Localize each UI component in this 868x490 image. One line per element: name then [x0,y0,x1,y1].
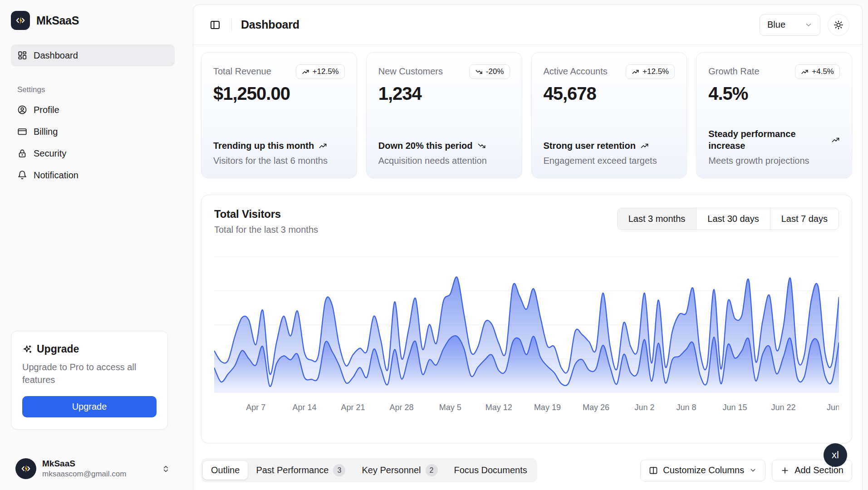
sidebar-item-dashboard[interactable]: Dashboard [11,44,175,66]
chevron-down-icon [804,21,813,29]
stat-trend-badge: +4.5% [795,64,840,79]
trending-down-icon [477,142,486,150]
brand-logo-icon [11,11,30,30]
svg-text:Jun 8: Jun 8 [676,403,696,412]
stat-trend-badge: -20% [469,64,510,79]
svg-text:May 12: May 12 [485,403,512,412]
theme-color-value: Blue [767,20,785,30]
tab-count-badge: 2 [426,464,438,476]
trending-up-icon [302,68,309,76]
stat-value: 45,678 [544,83,675,104]
tab-count-badge: 3 [333,464,345,476]
trending-up-icon [801,68,809,76]
stat-trend-badge: +12.5% [296,64,345,79]
chart-title: Total Visitors [214,208,318,220]
credit-card-icon [17,127,27,137]
upgrade-title: Upgrade [22,343,157,355]
svg-text:Apr 21: Apr 21 [341,403,365,412]
user-name: MkSaaS [42,459,126,469]
tab-past-performance[interactable]: Past Performance3 [248,460,353,480]
stat-value: $1,250.00 [213,83,345,104]
stat-footer-sub: Acquisition needs attention [378,155,510,167]
trending-up-icon [831,136,840,144]
header: Dashboard Blue [193,5,862,45]
chart-subtitle: Total for the last 3 months [214,225,318,235]
tab-key-personnel[interactable]: Key Personnel2 [353,460,446,480]
sun-icon [834,20,843,30]
range-toggle-group: Last 3 months Last 30 days Last 7 days [617,208,839,230]
stat-card-growth-rate: Growth Rate +4.5% 4.5% Steady performanc… [696,52,852,178]
svg-text:May 26: May 26 [583,403,609,412]
stat-footer-title: Down 20% this period [378,140,473,152]
stats-grid: Total Revenue +12.5% $1,250.00 Trending … [201,52,852,178]
user-icon [17,105,27,115]
range-last-30-days[interactable]: Last 30 days [696,208,770,230]
sidebar-item-billing[interactable]: Billing [11,121,175,142]
tab-outline[interactable]: Outline [203,461,248,480]
sidebar-item-label: Security [34,148,66,159]
brand[interactable]: MkSaaS [11,11,175,30]
sidebar-item-label: Billing [34,127,58,137]
sparkles-icon [22,344,32,354]
stat-card-new-customers: New Customers -20% 1,234 Down 20% this p… [366,52,522,178]
upgrade-description: Upgrade to Pro to access all features [22,361,157,386]
svg-text:May 19: May 19 [534,403,561,412]
panel-left-icon [210,20,221,30]
stat-label: Total Revenue [213,64,271,77]
sidebar-item-security[interactable]: Security [11,142,175,164]
stat-footer-title: Trending up this month [213,140,314,152]
stat-footer-sub: Visitors for the last 6 months [213,155,345,167]
lock-icon [17,148,27,158]
sidebar-toggle-button[interactable] [206,16,224,34]
sidebar-item-label: Notification [34,170,78,181]
trending-up-icon [640,142,649,150]
dashboard-icon [17,50,27,60]
upgrade-button[interactable]: Upgrade [22,396,157,417]
avatar [15,458,36,479]
stat-label: Active Accounts [544,64,608,77]
bottom-bar: Outline Past Performance3 Key Personnel2… [201,458,852,482]
upgrade-card: Upgrade Upgrade to Pro to access all fea… [11,331,168,430]
sidebar-item-profile[interactable]: Profile [11,99,175,121]
user-email: mksaascom@gmail.com [42,470,126,479]
stat-footer-sub: Engagement exceed targets [544,155,675,167]
main-panel: Dashboard Blue Total Revenue +12.5% $1,2… [193,5,863,490]
stat-footer-sub: Meets growth projections [708,155,840,167]
theme-mode-button[interactable] [828,14,849,36]
chevron-down-icon [749,466,757,474]
stat-label: New Customers [378,64,443,77]
theme-color-select[interactable]: Blue [760,14,820,36]
columns-icon [649,466,658,475]
customize-columns-button[interactable]: Customize Columns [640,460,765,481]
total-visitors-card: Total Visitors Total for the last 3 mont… [201,195,852,443]
sidebar: MkSaaS Dashboard Settings Profile Billin… [0,0,193,490]
page-title: Dashboard [241,18,299,31]
stat-value: 4.5% [708,83,840,104]
header-divider [231,19,232,31]
svg-text:Jun 22: Jun 22 [771,403,796,412]
svg-text:Apr 28: Apr 28 [390,403,414,412]
svg-text:Jun 30: Jun 30 [827,403,839,412]
plus-icon [780,466,790,475]
sidebar-item-notification[interactable]: Notification [11,164,175,186]
brand-name: MkSaaS [36,14,79,27]
screen-size-indicator: xl [824,443,847,467]
range-last-3-months[interactable]: Last 3 months [618,208,696,230]
trending-down-icon [475,68,483,76]
svg-text:May 5: May 5 [439,403,461,412]
trending-up-icon [632,68,639,76]
sidebar-item-label: Profile [34,105,59,115]
bell-icon [17,170,27,180]
sidebar-nav: Dashboard Settings Profile Billing Secur… [11,44,175,186]
sidebar-group-settings: Settings [17,85,175,94]
chevrons-up-down-icon [162,465,170,473]
stat-card-active-accounts: Active Accounts +12.5% 45,678 Strong use… [531,52,687,178]
trending-up-icon [319,142,327,150]
visitors-area-chart[interactable]: Apr 7Apr 14Apr 21Apr 28May 5May 12May 19… [214,243,839,426]
tab-focus-documents[interactable]: Focus Documents [446,461,535,480]
stat-footer-title: Steady performance increase [708,128,817,152]
svg-text:Apr 14: Apr 14 [292,403,316,412]
range-last-7-days[interactable]: Last 7 days [770,208,839,230]
svg-text:Jun 15: Jun 15 [722,403,747,412]
user-menu[interactable]: MkSaaS mksaascom@gmail.com [11,455,175,483]
